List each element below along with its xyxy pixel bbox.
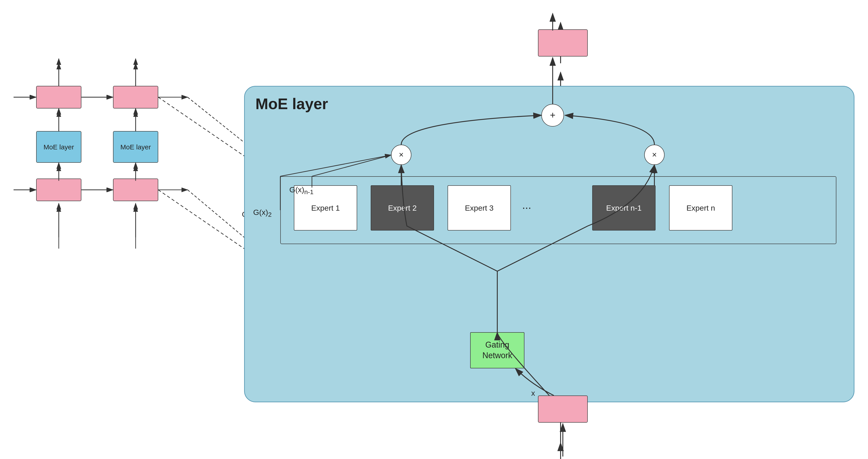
moe-panel (244, 86, 855, 402)
bottom-left-pink-box (36, 179, 81, 201)
top-left-pink-box (36, 86, 81, 109)
left-moe-layer-box: MoE layer (36, 131, 81, 163)
gating-network-box: Gating Network (470, 332, 524, 368)
svg-line-16 (188, 97, 244, 142)
expert-dots: ... (522, 199, 531, 211)
diagram-container: { "title": "Mixture of Experts (MoE) Arc… (0, 0, 868, 459)
expert-n1-box: Expert n-1 (592, 185, 655, 231)
multiply-node-2: × (391, 145, 411, 165)
svg-line-54 (158, 190, 244, 249)
top-right-pink-box (113, 86, 158, 109)
experts-inner-panel (280, 176, 836, 244)
expert-2-box: Expert 2 (371, 185, 434, 231)
moe-panel-title: MoE layer (255, 95, 328, 113)
right-moe-layer-box: MoE layer (113, 131, 158, 163)
svg-line-53 (158, 97, 244, 156)
output-pink-box (538, 29, 588, 57)
x-annotation: x (531, 389, 535, 398)
svg-line-17 (188, 190, 244, 237)
gx2-label: G(x)2 (253, 208, 272, 218)
multiply-node-n1: × (644, 145, 664, 165)
expert-n-box: Expert n (669, 185, 733, 231)
sum-node: + (541, 104, 564, 127)
bottom-right-pink-box (113, 179, 158, 201)
expert-3-box: Expert 3 (447, 185, 511, 231)
input-pink-box (538, 396, 588, 423)
gxn1-label: G(x)n-1 (289, 185, 313, 196)
